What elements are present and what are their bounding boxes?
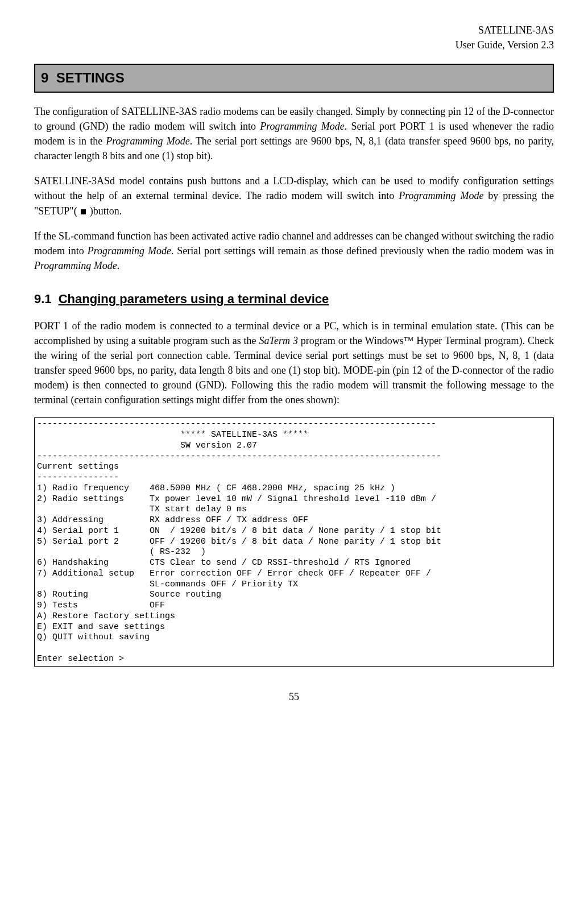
- text-run: . Serial port settings will remain as th…: [171, 245, 554, 257]
- text-run: )button.: [87, 205, 122, 217]
- square-button-icon: [81, 209, 86, 214]
- paragraph-3: If the SL-command function has been acti…: [34, 229, 554, 273]
- text-run-italic: Programming Mode: [34, 260, 117, 271]
- product-name: SATELLINE-3AS: [478, 24, 554, 36]
- paragraph-1: The configuration of SATELLINE-3AS radio…: [34, 104, 554, 163]
- terminal-output: ----------------------------------------…: [34, 417, 554, 666]
- subsection-heading: 9.1 Changing parameters using a terminal…: [34, 290, 554, 308]
- section-title: SETTINGS: [56, 70, 125, 85]
- page-number: 55: [34, 689, 554, 704]
- doc-header: SATELLINE-3AS User Guide, Version 2.3: [34, 23, 554, 52]
- text-run-italic: SaTerm 3: [259, 335, 298, 346]
- text-run-italic: Programming Mode: [399, 190, 483, 201]
- guide-version: User Guide, Version 2.3: [456, 39, 554, 51]
- subsection-title: Changing parameters using a terminal dev…: [59, 292, 329, 306]
- subsection-number: 9.1: [34, 292, 52, 306]
- subsection-paragraph: PORT 1 of the radio modem is connected t…: [34, 318, 554, 408]
- paragraph-2: SATELLINE-3ASd model contains push butto…: [34, 173, 554, 218]
- section-number: 9: [41, 70, 48, 85]
- text-run-italic: Programming Mode: [88, 245, 171, 257]
- text-run-italic: Programming Mode: [106, 135, 189, 147]
- text-run-italic: Programming Mode: [260, 121, 345, 132]
- text-run: .: [117, 260, 120, 271]
- section-heading: 9 SETTINGS: [34, 64, 554, 93]
